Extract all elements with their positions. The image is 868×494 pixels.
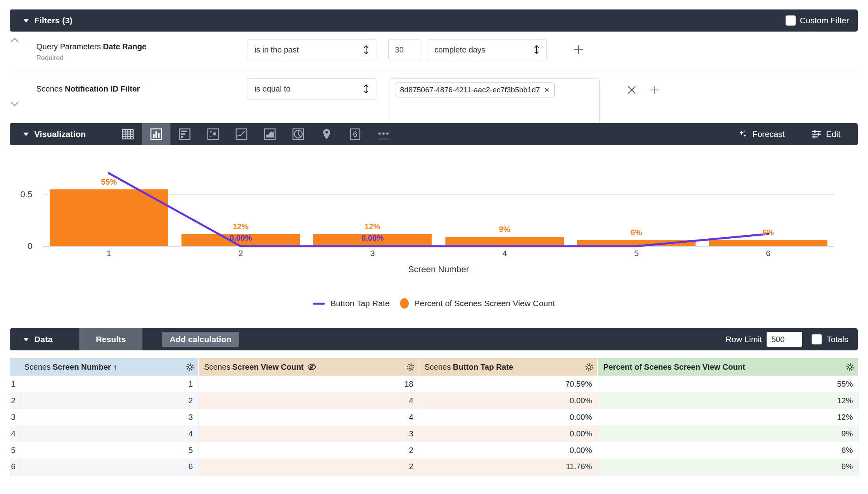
updown-arrows-icon [363,84,370,94]
row-number: 1 [10,376,19,392]
bar-value-label: 6% [609,228,664,237]
gear-icon[interactable] [585,363,594,374]
single-value-icon[interactable]: 6 [341,123,369,145]
gear-icon[interactable] [846,363,855,374]
table-chart-icon[interactable] [114,123,142,145]
filters-title: Filters (3) [34,16,73,25]
line-value-label: 0.00% [213,234,268,243]
custom-filter-label: Custom Filter [800,16,849,25]
column-header-screen-view-count[interactable]: ScenesScreen View Count [198,358,419,376]
collapse-caret-icon[interactable] [23,19,29,22]
table-cell[interactable]: 1 [19,376,198,392]
line-chart-icon[interactable] [227,123,256,145]
collapse-caret-icon[interactable] [23,338,29,341]
combo-chart: 0.5 0 Screen Number 55%112%0.00%212%0.00… [0,150,868,281]
notification-id-operator-select[interactable]: is equal to [247,78,376,99]
area-chart-icon[interactable] [256,123,284,145]
scatter-chart-icon[interactable] [199,123,227,145]
row-number: 2 [10,392,19,409]
table-cell[interactable]: 2 [198,458,419,475]
forecast-button[interactable]: Forecast [737,129,785,140]
date-range-unit-select[interactable]: complete days [427,39,547,60]
table-cell[interactable]: 4 [19,425,198,442]
results-table: ScenesScreen Number↑ ScenesScreen View C… [10,358,859,475]
gear-icon[interactable] [406,363,415,374]
table-cell[interactable]: 0.00% [419,425,598,442]
add-filter-button[interactable] [572,43,585,56]
filter-value-token[interactable]: 8d875067-4876-4211-aac2-ec7f3b5bb1d7 ✕ [395,82,555,97]
column-chart-icon[interactable] [142,123,170,145]
edit-button[interactable]: Edit [811,129,840,139]
sort-asc-icon[interactable]: ↑ [113,363,117,371]
table-cell[interactable]: 6% [598,442,859,458]
table-cell[interactable]: 12% [598,392,859,409]
legend-percent-screen-view[interactable]: Percent of Scenes Screen View Count [400,298,555,309]
bar-chart-icon[interactable] [170,123,199,145]
notification-id-value-box[interactable]: 8d875067-4876-4211-aac2-ec7f3b5bb1d7 ✕ [390,78,600,124]
table-cell[interactable]: 9% [598,425,859,442]
more-chart-types-icon[interactable] [369,123,398,145]
table-cell[interactable]: 18 [198,376,419,392]
table-row: 4430.00%9% [10,425,859,442]
table-cell[interactable]: 2 [19,392,198,409]
visualization-title: Visualization [34,129,86,139]
chart-legend: Button Tap Rate Percent of Scenes Screen… [0,298,868,309]
map-chart-icon[interactable] [312,123,341,145]
table-cell[interactable]: 0.00% [419,442,598,458]
add-calculation-button[interactable]: Add calculation [162,332,239,347]
table-cell[interactable]: 11.76% [419,458,598,475]
filter-field-group: Scenes [36,84,63,93]
table-row: 2240.00%12% [10,392,859,409]
row-limit-input[interactable] [767,332,802,347]
data-section-bar: Data Results Add calculation Row Limit T… [10,328,858,350]
table-cell[interactable]: 3 [198,425,419,442]
bar-value-label: 6% [741,228,796,237]
custom-filter-checkbox[interactable] [786,15,796,26]
table-header-row: ScenesScreen Number↑ ScenesScreen View C… [10,358,859,376]
legend-button-tap-rate[interactable]: Button Tap Rate [313,299,389,308]
data-title: Data [34,335,52,344]
column-header-percent-screen-view[interactable]: Percent of Scenes Screen View Count [598,358,859,376]
updown-arrows-icon [363,45,370,55]
column-header-button-tap-rate[interactable]: ScenesButton Tap Rate [419,358,598,376]
table-cell[interactable]: 3 [19,409,198,425]
filter-divider [10,70,858,70]
scroll-up-chevron-icon[interactable] [10,37,19,43]
table-row: 5520.00%6% [10,442,859,458]
table-cell[interactable]: 6 [19,458,198,475]
filter-notification-id: Scenes Notification ID Filter [36,84,140,94]
pie-chart-icon[interactable] [284,123,312,145]
table-cell[interactable]: 0.00% [419,409,598,425]
column-header-screen-number[interactable]: ScenesScreen Number↑ [19,358,198,376]
totals-checkbox[interactable] [812,334,822,344]
table-cell[interactable]: 6% [598,458,859,475]
table-cell[interactable]: 4 [198,409,419,425]
table-cell[interactable]: 0.00% [419,392,598,409]
token-text: 8d875067-4876-4211-aac2-ec7f3b5bb1d7 [400,86,540,94]
table-cell[interactable]: 55% [598,376,859,392]
table-cell[interactable]: 2 [198,442,419,458]
svg-text:6: 6 [353,130,357,138]
scroll-down-chevron-icon[interactable] [10,101,19,107]
results-tab[interactable]: Results [79,328,142,350]
remove-token-icon[interactable]: ✕ [544,86,550,94]
collapse-caret-icon[interactable] [23,133,29,136]
filter-field-name: Date Range [103,42,146,51]
table-cell[interactable]: 5 [19,442,198,458]
table-cell[interactable]: 4 [198,392,419,409]
bar-value-label: 12% [345,222,400,231]
table-cell[interactable]: 12% [598,409,859,425]
date-range-operator-select[interactable]: is in the past [247,39,376,60]
sparkles-icon [737,129,748,140]
row-number: 4 [10,425,19,442]
clear-filter-button[interactable] [626,84,638,96]
gear-icon[interactable] [185,363,195,374]
table-cell[interactable]: 70.59% [419,376,598,392]
bar-value-label: 12% [213,222,268,231]
filter-date-range: Query Parameters Date Range Required [36,42,146,62]
row-limit-label: Row Limit [726,335,762,344]
visualization-section-bar: Visualization [10,123,858,145]
line-series[interactable] [0,150,868,281]
date-range-value-input[interactable] [388,39,421,60]
add-filter-button[interactable] [648,84,660,96]
